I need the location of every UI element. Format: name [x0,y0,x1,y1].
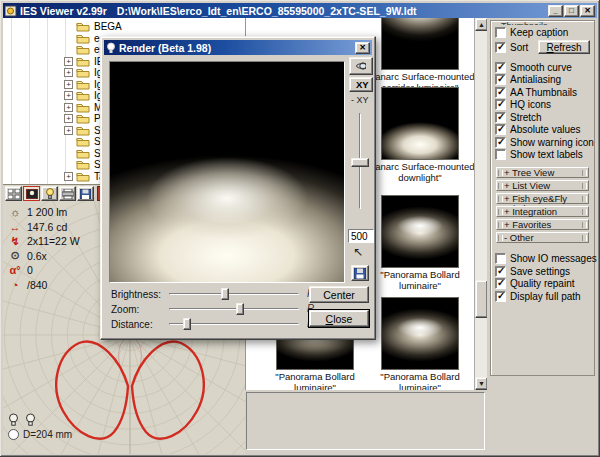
center-button[interactable]: Center [309,286,369,303]
folder-icon [76,136,90,147]
checkbox[interactable]: ✓ [495,112,506,123]
lamp-legend: D=204 mm [8,413,72,440]
maximize-button[interactable]: □ [564,5,579,17]
vertical-slider-thumb[interactable] [351,158,369,167]
checkbox-row[interactable]: ✓ Show IO messages [495,253,590,266]
list-view-icon[interactable] [5,186,22,201]
folder-icon [76,56,90,67]
minimize-button[interactable]: _ [548,5,563,17]
scrollbar-thumb[interactable] [475,280,487,318]
diameter-icon [8,429,19,440]
panel-bar[interactable]: + Favorites [496,219,589,231]
panel-bar[interactable]: + Fish eye&Fly Window [496,193,589,205]
checkbox-row[interactable]: ✓ Display full path [495,290,590,303]
tree-expander[interactable]: + [64,68,73,77]
folder-icon [76,67,90,78]
checkbox[interactable]: ✓ [495,149,506,160]
tree-expander[interactable]: + [64,114,73,123]
checkbox[interactable]: ✓ [495,253,506,264]
folder-icon [76,113,90,124]
checkbox[interactable]: ✓ [495,137,506,148]
checkbox[interactable]: ✓ [495,278,506,289]
slider-track[interactable] [169,293,299,295]
tree-expander[interactable]: + [64,57,73,66]
checkbox[interactable]: ✓ [495,74,506,85]
dialog-title: Render (Beta 1.98) [119,42,354,54]
folder-icon [76,79,90,90]
checkbox[interactable]: ✓ [495,266,506,277]
slider-track[interactable] [169,308,299,310]
checkbox-row[interactable]: ✓ Stretch [495,111,590,124]
dialog-title-bar[interactable]: Render (Beta 1.98) ✕ [104,40,372,55]
scroll-up-icon[interactable]: ▲ [475,18,487,31]
checkbox-row[interactable]: ✓ Keep caption [495,25,590,40]
checkbox-row[interactable]: ✓ Sort Refresh [495,40,590,55]
photometry-value-row: α° 0 [8,263,33,278]
thumbnail-item[interactable]: "Panorama Bollard luminaire" [365,297,475,370]
checkbox[interactable]: ✓ [495,42,506,53]
thumbnail-scrollbar[interactable]: ▲ ▼ [474,18,487,390]
thumbnail-caption: "Panorama Bollard luminaire" [365,270,475,291]
checkbox-row[interactable]: ✓ Save settings [495,265,590,278]
xy-view-button[interactable]: XY [349,77,373,92]
tree-expander[interactable]: + [64,172,73,181]
dialog-close-button[interactable]: Close [309,310,369,327]
orbit-3d-icon[interactable] [349,57,373,75]
panel-bar[interactable]: + List View [496,180,589,192]
photometry-icon: ↔ [8,221,22,233]
checkbox-row[interactable]: ✓ Absolute values [495,124,590,137]
checkbox-row[interactable]: ✓ Smooth curve [495,61,590,74]
checkbox[interactable]: ✓ [495,62,506,73]
checkbox-row[interactable]: ✓ Show warning icon [495,136,590,149]
refresh-button[interactable]: Refresh [538,40,590,54]
checkbox[interactable]: ✓ [495,27,506,38]
tree-expander[interactable]: + [64,91,73,100]
thumbnail-item[interactable]: "Panorama Bollard luminaire" [365,195,475,268]
thumbnail-item[interactable]: "Panarc Surface-mounted downlight" [365,87,475,160]
title-bar[interactable]: IES Viewer v2.99rD:\Work\IES\erco_ldt_en… [3,3,597,18]
picker-cursor-icon[interactable]: ↖ [353,245,363,259]
dialog-close-icon[interactable]: ✕ [355,42,370,54]
thumbnail-item[interactable]: "Panarc Surface-mounted corridor luminai… [365,18,475,70]
checkbox[interactable]: ✓ [495,291,506,302]
app-window: IES Viewer v2.99rD:\Work\IES\erco_ldt_en… [0,0,600,457]
checkbox-row[interactable]: ✓ Show text labels [495,149,590,162]
thumbnail-image[interactable] [381,87,459,160]
save-icon[interactable] [77,186,94,201]
tree-expander[interactable]: + [64,103,73,112]
checkbox-row[interactable]: ✓ AA Thumbnails [495,86,590,99]
photo-view-icon[interactable] [23,186,40,201]
printer-icon[interactable] [59,186,76,201]
checkbox-row[interactable]: ✓ Antialiasing [495,74,590,87]
folder-icon [76,90,90,101]
checkbox[interactable]: ✓ [495,124,506,135]
tree-item[interactable]: + BEGA [3,21,245,33]
photometry-value-row: ◔ /840 [8,278,47,293]
close-button[interactable]: ✕ [580,5,595,17]
photometry-icon: ↯ [8,235,22,248]
folder-icon [76,148,90,159]
photometry-icon: ⊙ [8,249,22,262]
checkbox-row[interactable]: ✓ HQ icons [495,99,590,112]
save-render-icon[interactable] [351,265,369,281]
thumbnail-image[interactable] [381,297,459,370]
slider-thumb[interactable] [221,288,229,300]
checkbox-row[interactable]: ✓ Quality repaint [495,278,590,291]
panel-bar[interactable]: + Integration [496,206,589,218]
thumbnail-image[interactable] [381,195,459,268]
render-distance-input[interactable] [348,229,374,243]
thumbnail-image[interactable] [381,18,459,70]
checkbox[interactable]: ✓ [495,99,506,110]
tree-expander[interactable]: + [64,126,73,135]
panel-bar[interactable]: - Other [496,232,589,244]
panel-bar[interactable]: + Tree View [496,167,589,179]
lamp-icon[interactable] [41,186,58,201]
folder-icon [76,171,90,182]
scroll-down-icon[interactable]: ▼ [475,377,487,390]
render-canvas[interactable] [109,61,345,283]
app-icon [5,5,17,17]
tree-expander[interactable]: + [64,80,73,89]
slider-thumb[interactable] [183,318,191,330]
slider-thumb[interactable] [236,303,244,315]
checkbox[interactable]: ✓ [495,87,506,98]
